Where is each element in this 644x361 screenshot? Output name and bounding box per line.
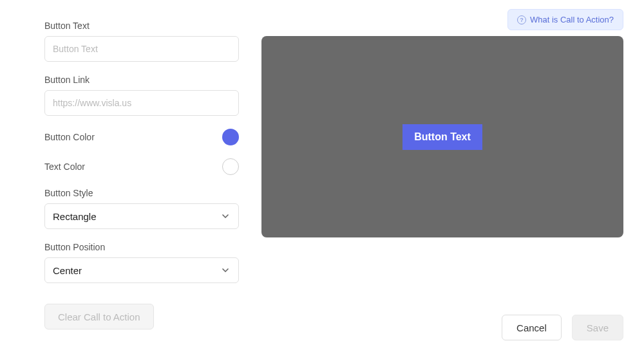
button-style-select[interactable]: Rectangle	[44, 203, 239, 229]
button-text-input[interactable]	[44, 36, 239, 62]
button-color-label: Button Color	[44, 132, 95, 142]
help-link[interactable]: ? What is Call to Action?	[507, 9, 623, 30]
save-button[interactable]: Save	[572, 315, 623, 340]
footer-actions: Cancel Save	[502, 315, 623, 340]
button-link-label: Button Link	[44, 75, 239, 85]
text-color-swatch[interactable]	[222, 158, 239, 175]
button-link-input[interactable]	[44, 90, 239, 116]
question-icon: ?	[517, 15, 526, 24]
chevron-down-icon	[220, 211, 231, 221]
settings-panel: Button Text Button Link Button Color Tex…	[44, 21, 239, 329]
button-position-label: Button Position	[44, 242, 239, 252]
button-position-value: Center	[53, 265, 82, 276]
button-style-label: Button Style	[44, 188, 239, 198]
cancel-button[interactable]: Cancel	[502, 315, 562, 340]
button-style-value: Rectangle	[53, 211, 97, 222]
preview-cta-button: Button Text	[402, 124, 482, 150]
text-color-label: Text Color	[44, 162, 85, 172]
preview-panel: Button Text	[261, 36, 623, 237]
clear-button[interactable]: Clear Call to Action	[44, 304, 154, 329]
button-color-swatch[interactable]	[222, 129, 239, 145]
help-link-label: What is Call to Action?	[530, 15, 614, 24]
button-position-select[interactable]: Center	[44, 257, 239, 283]
button-text-label: Button Text	[44, 21, 239, 31]
chevron-down-icon	[220, 265, 231, 275]
